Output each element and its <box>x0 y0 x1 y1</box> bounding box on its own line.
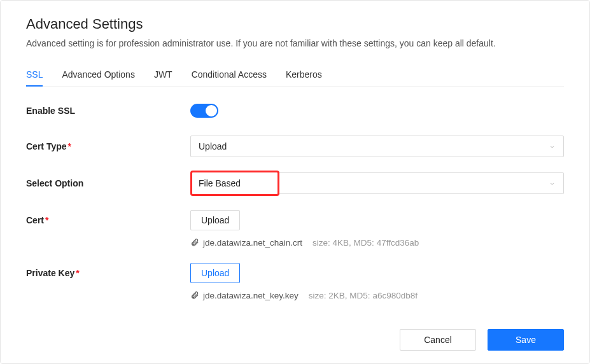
cert-type-select[interactable]: Upload ⌄ <box>190 136 564 157</box>
private-key-upload-button[interactable]: Upload <box>190 263 240 283</box>
tab-jwt[interactable]: JWT <box>154 64 172 86</box>
required-marker: * <box>45 215 48 225</box>
private-key-file-line: jde.datawiza.net_key.key size: 2KB, MD5:… <box>190 291 564 300</box>
footer-buttons: Cancel Save <box>400 329 564 351</box>
advanced-settings-panel: Advanced Settings Advanced setting is fo… <box>0 0 590 364</box>
tab-ssl[interactable]: SSL <box>26 64 43 86</box>
chevron-down-icon: ⌄ <box>549 180 556 186</box>
private-key-file-name: jde.datawiza.net_key.key <box>203 291 299 300</box>
select-option-wrap: File Based ⌄ <box>190 171 564 196</box>
label-cert: Cert* <box>26 215 190 225</box>
tab-conditional-access[interactable]: Conditional Access <box>192 64 267 86</box>
select-option-select[interactable]: File Based <box>190 171 279 196</box>
label-cert-type-text: Cert Type <box>26 141 67 151</box>
paperclip-icon <box>190 238 199 247</box>
save-button[interactable]: Save <box>488 329 564 351</box>
page-subtitle: Advanced setting is for profession admin… <box>26 38 564 50</box>
required-marker: * <box>76 268 79 278</box>
row-enable-ssl: Enable SSL <box>26 99 564 122</box>
required-marker: * <box>68 141 71 151</box>
tab-advanced-options[interactable]: Advanced Options <box>62 64 134 86</box>
paperclip-icon <box>190 291 199 300</box>
enable-ssl-toggle[interactable] <box>190 104 218 118</box>
cert-file-meta: size: 4KB, MD5: 47ffcd36ab <box>313 238 419 248</box>
label-private-key-text: Private Key <box>26 268 74 278</box>
row-select-option: Select Option File Based ⌄ <box>26 171 564 196</box>
row-cert: Cert* Upload <box>26 209 564 232</box>
label-select-option: Select Option <box>26 178 190 188</box>
cert-file-name: jde.datawiza.net_chain.crt <box>203 238 302 248</box>
select-option-value: File Based <box>199 178 241 188</box>
cert-type-value: Upload <box>199 141 227 151</box>
tab-kerberos[interactable]: Kerberos <box>286 64 322 86</box>
label-cert-type: Cert Type* <box>26 141 190 151</box>
cert-file-line: jde.datawiza.net_chain.crt size: 4KB, MD… <box>190 238 564 248</box>
toggle-knob <box>206 105 217 116</box>
row-private-key: Private Key* Upload <box>26 262 564 284</box>
label-private-key: Private Key* <box>26 268 190 278</box>
select-option-rest[interactable]: ⌄ <box>278 172 564 194</box>
label-enable-ssl: Enable SSL <box>26 106 190 116</box>
private-key-file-meta: size: 2KB, MD5: a6c980db8f <box>309 291 418 300</box>
page-title: Advanced Settings <box>26 16 564 32</box>
cert-upload-button[interactable]: Upload <box>190 210 240 230</box>
tabs: SSL Advanced Options JWT Conditional Acc… <box>26 64 564 87</box>
label-cert-text: Cert <box>26 215 44 225</box>
row-cert-type: Cert Type* Upload ⌄ <box>26 135 564 158</box>
chevron-down-icon: ⌄ <box>549 143 556 149</box>
cancel-button[interactable]: Cancel <box>400 329 476 351</box>
